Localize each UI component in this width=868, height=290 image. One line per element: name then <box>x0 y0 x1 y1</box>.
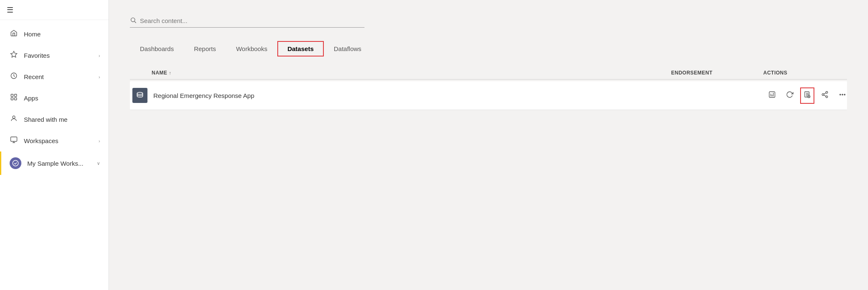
workspaces-icon <box>10 136 18 146</box>
sidebar: ☰ Home Favorites › <box>0 0 109 290</box>
sidebar-item-recent[interactable]: Recent › <box>0 66 108 87</box>
sidebar-item-favorites-label: Favorites <box>24 52 93 59</box>
more-options-icon[interactable] <box>837 89 848 102</box>
table-container: NAME ↑ ENDORSEMENT ACTIONS Regional Emer… <box>130 67 847 110</box>
sidebar-item-apps-label: Apps <box>24 95 100 102</box>
analyze-in-excel-icon[interactable] <box>767 89 778 102</box>
svg-point-30 <box>844 94 845 95</box>
sidebar-item-shared-label: Shared with me <box>24 116 100 123</box>
dataset-icon <box>132 88 147 103</box>
shared-with-me-icon <box>10 115 18 124</box>
svg-point-8 <box>13 160 18 166</box>
sort-ascending-icon: ↑ <box>169 70 171 75</box>
home-icon <box>10 29 18 39</box>
apps-icon <box>10 93 18 103</box>
svg-rect-3 <box>15 94 17 96</box>
favorites-chevron-icon: › <box>98 53 100 58</box>
sidebar-item-recent-label: Recent <box>24 73 93 80</box>
search-container <box>130 17 364 28</box>
svg-point-11 <box>137 92 142 95</box>
svg-line-10 <box>134 21 136 23</box>
recent-icon <box>10 72 18 82</box>
hamburger-menu-icon[interactable]: ☰ <box>7 6 13 14</box>
sidebar-header: ☰ <box>0 0 108 20</box>
svg-marker-0 <box>11 51 17 57</box>
workspace-chevron-icon: ∨ <box>97 161 100 166</box>
column-header-actions: ACTIONS <box>763 70 847 76</box>
sidebar-item-workspaces[interactable]: Workspaces › <box>0 130 108 151</box>
sidebar-item-workspaces-label: Workspaces <box>24 137 93 144</box>
column-header-name: NAME ↑ <box>150 70 671 76</box>
svg-rect-4 <box>11 98 13 100</box>
tab-datasets[interactable]: Datasets <box>277 41 324 56</box>
svg-rect-2 <box>11 94 13 96</box>
tabs-container: Dashboards Reports Workbooks Datasets Da… <box>130 41 847 56</box>
sidebar-item-favorites[interactable]: Favorites › <box>0 45 108 66</box>
favorites-icon <box>10 51 18 60</box>
svg-point-6 <box>13 116 15 118</box>
sidebar-navigation: Home Favorites › Recent › <box>0 20 108 178</box>
table-row: Regional Emergency Response App <box>130 81 847 110</box>
tab-dataflows[interactable]: Dataflows <box>324 41 372 56</box>
svg-rect-7 <box>11 137 17 141</box>
sidebar-item-home[interactable]: Home <box>0 23 108 45</box>
refresh-icon[interactable] <box>784 89 795 102</box>
svg-point-28 <box>840 94 841 95</box>
svg-point-24 <box>822 93 824 95</box>
sidebar-item-home-label: Home <box>24 31 100 38</box>
sidebar-item-apps[interactable]: Apps <box>0 87 108 109</box>
svg-line-26 <box>824 95 826 96</box>
workspaces-chevron-icon: › <box>98 139 100 144</box>
search-input[interactable] <box>140 17 364 24</box>
svg-line-27 <box>824 92 826 94</box>
sidebar-item-my-sample-workspace[interactable]: My Sample Works... ∨ <box>0 151 108 175</box>
search-icon <box>130 17 137 25</box>
svg-point-25 <box>826 96 828 98</box>
tab-dashboards[interactable]: Dashboards <box>130 41 184 56</box>
svg-rect-5 <box>15 98 17 100</box>
main-content: Dashboards Reports Workbooks Datasets Da… <box>109 0 868 290</box>
tab-workbooks[interactable]: Workbooks <box>226 41 277 56</box>
workspace-avatar <box>10 157 21 169</box>
share-icon[interactable] <box>819 89 830 102</box>
row-actions <box>763 89 847 102</box>
svg-point-9 <box>131 18 135 22</box>
sidebar-item-shared[interactable]: Shared with me <box>0 109 108 130</box>
row-dataset-name: Regional Emergency Response App <box>150 92 671 99</box>
row-icon-cell <box>130 88 150 103</box>
svg-point-29 <box>842 94 843 95</box>
table-header: NAME ↑ ENDORSEMENT ACTIONS <box>130 67 847 80</box>
recent-chevron-icon: › <box>98 74 100 80</box>
workspace-label: My Sample Works... <box>27 160 91 167</box>
svg-point-23 <box>826 91 828 93</box>
create-report-icon[interactable] <box>802 89 813 102</box>
tab-reports[interactable]: Reports <box>184 41 226 56</box>
column-header-endorsement: ENDORSEMENT <box>671 70 763 76</box>
